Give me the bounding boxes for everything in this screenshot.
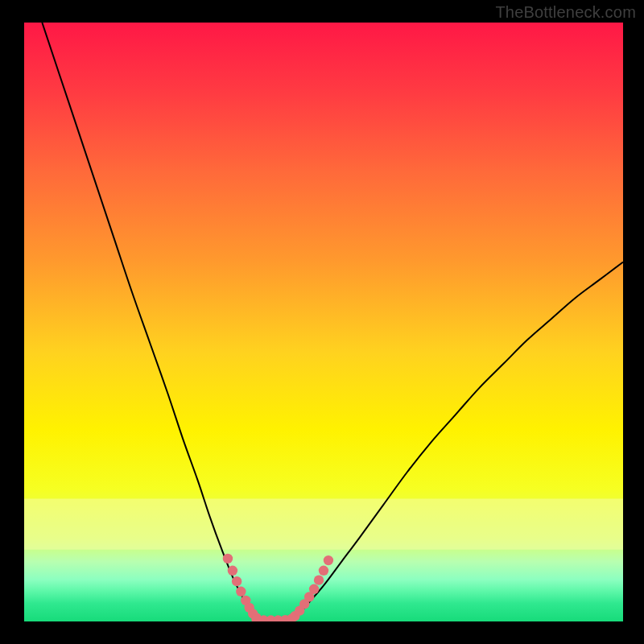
- marker-dot: [309, 584, 319, 594]
- marker-dot: [228, 566, 237, 576]
- marker-dot: [232, 576, 242, 586]
- watermark-text: TheBottleneck.com: [495, 3, 636, 22]
- marker-dot: [236, 587, 246, 597]
- highlight-band: [24, 498, 623, 549]
- marker-dot: [324, 555, 333, 565]
- marker-dot: [223, 554, 233, 564]
- marker-dot: [319, 566, 328, 576]
- chart-svg: [0, 0, 644, 644]
- marker-dot: [314, 575, 324, 584]
- chart-frame: TheBottleneck.com: [0, 0, 644, 644]
